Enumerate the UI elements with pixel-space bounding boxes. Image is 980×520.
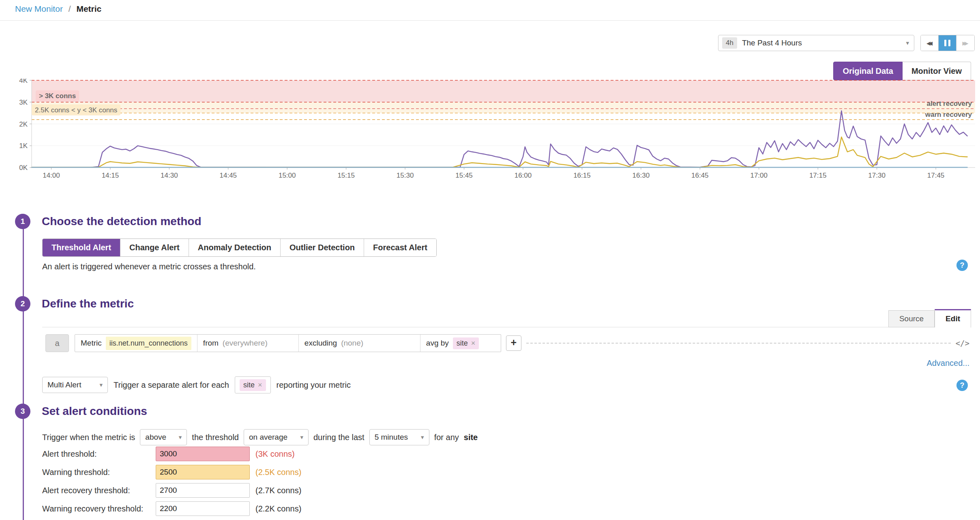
threshold-direction-value: above xyxy=(145,433,166,442)
help-icon[interactable]: ? xyxy=(956,380,968,391)
svg-text:14:00: 14:00 xyxy=(43,172,60,179)
time-range-label: The Past 4 Hours xyxy=(742,39,802,47)
warning-threshold-input[interactable] xyxy=(156,465,250,479)
warning-recovery-threshold-label: Warning recovery threshold: xyxy=(42,504,156,514)
aggregation-value: on average xyxy=(249,433,287,442)
svg-text:16:15: 16:15 xyxy=(573,172,591,179)
warning-threshold-hint: (2.5K conns) xyxy=(255,468,301,477)
multi-alert-site-tag[interactable]: site × xyxy=(240,379,266,391)
svg-text:17:15: 17:15 xyxy=(809,172,827,179)
alert-threshold-row: Alert threshold: (3K conns) xyxy=(42,446,295,462)
warning-threshold-label: Warning threshold: xyxy=(42,468,156,477)
svg-text:1K: 1K xyxy=(19,142,28,150)
breadcrumb-separator: / xyxy=(69,4,71,13)
chevron-down-icon: ▾ xyxy=(906,39,909,47)
svg-text:0K: 0K xyxy=(19,164,28,172)
from-value[interactable]: (everywhere) xyxy=(223,339,268,348)
avgby-site-tag-label: site xyxy=(457,339,468,348)
time-range-select[interactable]: 4h The Past 4 Hours ▾ xyxy=(718,35,914,51)
help-icon[interactable]: ? xyxy=(956,260,968,271)
trigger-text-4: for any xyxy=(434,433,459,442)
trigger-condition-row: Trigger when the metric is above ▾ the t… xyxy=(42,429,478,445)
breadcrumb: New Monitor / Metric xyxy=(15,4,101,14)
rewind-button[interactable]: ◀◀ xyxy=(921,35,939,51)
svg-text:2.5K conns < y < 3K conns: 2.5K conns < y < 3K conns xyxy=(35,106,117,114)
tab-edit[interactable]: Edit xyxy=(935,309,971,328)
time-range-badge: 4h xyxy=(722,37,737,49)
excluding-segment[interactable]: excluding (none) xyxy=(299,335,420,352)
tab-forecast-alert[interactable]: Forecast Alert xyxy=(364,239,436,256)
remove-tag-icon[interactable]: × xyxy=(471,339,476,348)
warning-threshold-row: Warning threshold: (2.5K conns) xyxy=(42,464,301,480)
multi-alert-site-tag-label: site xyxy=(243,381,255,389)
alert-threshold-hint: (3K conns) xyxy=(255,449,295,459)
svg-text:17:00: 17:00 xyxy=(750,172,768,179)
from-segment[interactable]: from (everywhere) xyxy=(197,335,299,352)
view-toggle: Original Data Monitor View xyxy=(833,62,971,80)
alert-recovery-threshold-input[interactable] xyxy=(156,483,250,498)
svg-text:14:45: 14:45 xyxy=(220,172,237,179)
tab-change-alert[interactable]: Change Alert xyxy=(120,239,189,256)
svg-text:17:45: 17:45 xyxy=(927,172,945,179)
alert-recovery-threshold-row: Alert recovery threshold: (2.7K conns) xyxy=(42,483,301,498)
step-2-badge: 2 xyxy=(15,296,30,312)
step-1-badge: 1 xyxy=(15,214,30,229)
trigger-group-name: site xyxy=(464,433,478,442)
tab-outlier-detection[interactable]: Outlier Detection xyxy=(281,239,364,256)
tab-threshold-alert[interactable]: Threshold Alert xyxy=(43,239,120,256)
section-1-title: Choose the detection method xyxy=(42,215,202,228)
advanced-link[interactable]: Advanced... xyxy=(926,359,969,368)
chevron-down-icon: ▾ xyxy=(179,434,182,441)
metric-segment[interactable]: Metric iis.net.num_connections xyxy=(75,335,197,352)
query-letter-badge: a xyxy=(45,334,69,352)
metric-query-bar[interactable]: Metric iis.net.num_connections from (eve… xyxy=(75,334,501,352)
timeframe-select[interactable]: 5 minutes ▾ xyxy=(369,429,429,445)
forward-button[interactable]: ▶▶ xyxy=(956,35,974,51)
svg-text:alert recovery: alert recovery xyxy=(926,100,972,107)
code-editor-icon[interactable]: </> xyxy=(956,339,969,348)
metric-label: Metric xyxy=(81,339,102,348)
alert-recovery-threshold-label: Alert recovery threshold: xyxy=(42,486,156,495)
svg-text:warn recovery: warn recovery xyxy=(925,111,972,118)
forward-icon: ▶▶ xyxy=(963,40,969,46)
breadcrumb-new-monitor-link[interactable]: New Monitor xyxy=(15,4,63,13)
tab-anomaly-detection[interactable]: Anomaly Detection xyxy=(189,239,281,256)
query-row: Metric iis.net.num_connections from (eve… xyxy=(75,334,969,352)
alert-threshold-input[interactable] xyxy=(156,447,250,461)
svg-text:17:30: 17:30 xyxy=(868,172,886,179)
avgby-site-tag[interactable]: site × xyxy=(453,337,479,349)
from-label: from xyxy=(203,339,219,348)
add-query-button[interactable]: + xyxy=(506,335,521,351)
step-3-badge: 3 xyxy=(15,404,30,419)
svg-text:> 3K conns: > 3K conns xyxy=(39,92,76,100)
aggregation-select[interactable]: on average ▾ xyxy=(244,429,309,445)
trigger-text-3: during the last xyxy=(313,433,365,442)
threshold-direction-select[interactable]: above ▾ xyxy=(140,429,187,445)
excluding-value[interactable]: (none) xyxy=(341,339,363,348)
svg-text:2K: 2K xyxy=(19,120,28,128)
metric-timeseries-chart[interactable]: 0K1K2K3K4K14:0014:1514:3014:4515:0015:15… xyxy=(0,79,980,183)
warning-recovery-threshold-input[interactable] xyxy=(156,501,250,516)
original-data-button[interactable]: Original Data xyxy=(833,62,902,80)
multi-alert-text-after: reporting your metric xyxy=(277,380,351,390)
svg-text:15:00: 15:00 xyxy=(279,172,296,179)
avgby-label: avg by xyxy=(426,339,449,348)
detection-method-description: An alert is triggered whenever a metric … xyxy=(42,262,256,271)
monitor-view-button[interactable]: Monitor View xyxy=(903,62,971,80)
query-dashed-line xyxy=(526,343,951,344)
tab-source[interactable]: Source xyxy=(888,310,935,327)
alert-type-select[interactable]: Multi Alert ▾ xyxy=(42,377,108,393)
multi-alert-text-before: Trigger a separate alert for each xyxy=(114,380,229,390)
avgby-segment[interactable]: avg by site × xyxy=(420,335,501,352)
svg-text:14:30: 14:30 xyxy=(161,172,178,179)
excluding-label: excluding xyxy=(305,339,337,348)
multi-alert-group-box[interactable]: site × xyxy=(235,376,271,393)
detection-method-tabs: Threshold Alert Change Alert Anomaly Det… xyxy=(42,239,437,257)
metric-name-value[interactable]: iis.net.num_connections xyxy=(106,337,191,350)
warning-recovery-threshold-row: Warning recovery threshold: (2.2K conns) xyxy=(42,501,301,516)
pause-button[interactable] xyxy=(939,35,956,51)
remove-tag-icon[interactable]: × xyxy=(258,381,262,389)
trigger-text-2: the threshold xyxy=(192,433,239,442)
rewind-icon: ◀◀ xyxy=(926,40,933,46)
svg-text:16:45: 16:45 xyxy=(691,172,709,179)
